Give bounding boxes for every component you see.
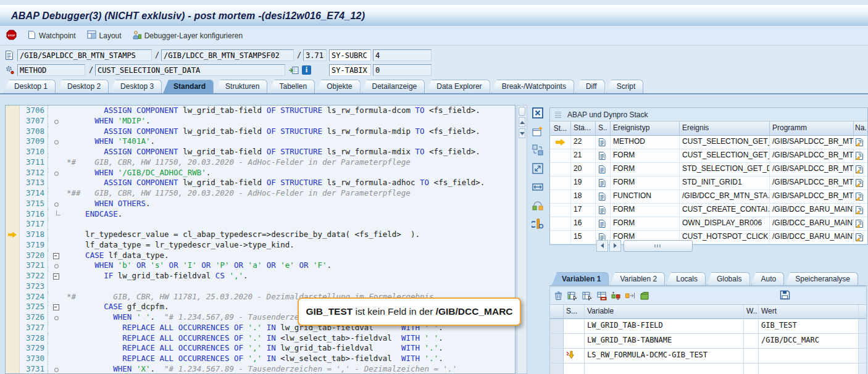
breakpoint-margin[interactable] [6,312,20,323]
debugger-layer-button[interactable]: Debugger-Layer konfigurieren [133,30,243,41]
navigate-icon[interactable] [854,190,866,203]
variable-name[interactable]: LW_GRID_TAB-TABNAME [585,334,744,349]
row-grip[interactable] [550,364,564,374]
fold-column[interactable] [48,209,67,220]
layout-button[interactable]: Layout [87,30,122,41]
breakpoint-margin[interactable] [6,219,20,230]
breakpoint-margin[interactable] [6,209,20,220]
save-icon[interactable] [780,290,790,300]
table-copy-icon[interactable] [582,291,593,301]
row-grip[interactable] [550,349,564,364]
tab-standard[interactable]: Standard [163,80,214,93]
tab-data-explorer[interactable]: Data Explorer [426,80,490,93]
breakpoint-margin[interactable] [6,354,20,364]
breakpoint-margin[interactable] [6,178,20,188]
goto-icon[interactable] [625,291,635,300]
row-grip[interactable] [550,334,564,349]
variable-value[interactable] [759,349,859,364]
stack-col-eventtype[interactable]: Ereignistyp [611,122,680,135]
vars-tab-globals[interactable]: Globals [707,272,750,285]
fold-column[interactable] [48,199,67,209]
breakpoint-margin[interactable] [6,260,20,271]
tools-icon[interactable] [531,217,545,231]
fold-column[interactable] [48,260,67,271]
stack-row[interactable]: 20FORMSTD_SELECTION_GET_D../GIB/SAPLDCC_… [550,163,867,177]
breakpoint-margin[interactable] [6,188,20,199]
row-grip[interactable] [550,319,564,334]
stack-col-type-icon[interactable]: S.. [596,122,611,135]
breakpoint-margin[interactable] [6,116,20,127]
stack-col-event[interactable]: Ereignis [680,122,770,135]
vars-col-w[interactable]: W.. [744,305,759,318]
stack-col-level[interactable]: Sta... [571,122,596,135]
scroll-down-button[interactable] [519,128,525,138]
breakpoint-margin[interactable] [6,271,20,281]
close-pane-icon[interactable] [531,106,545,120]
swap-panes-icon[interactable] [531,143,545,157]
variable-row[interactable]: LS_RW_FORMULA-DCMC-GIB_TEST [550,349,866,364]
watchpoint-button[interactable]: Watchpoint [28,30,76,41]
navigate-icon[interactable] [854,163,866,176]
insert-rows-icon[interactable] [611,291,620,301]
sy-subrc-name-field[interactable] [329,49,371,61]
variable-name[interactable]: LS_RW_FORMULA-DCMC-GIB_TEST [585,349,744,364]
vars-col-variable[interactable]: Variable [585,305,744,318]
stack-col-current[interactable]: St... [550,122,571,135]
stack-col-nav[interactable]: Na. [854,122,866,135]
stack-row[interactable]: 19FORMSTD_INIT_GRID1/GIB/SAPLDCC_BR_MTN… [550,177,867,190]
breakpoint-margin[interactable] [6,302,20,312]
tab-script[interactable]: Script [606,80,644,93]
sy-tabix-value-field[interactable] [373,64,432,76]
include-field[interactable] [161,49,294,61]
hscroll-thumb[interactable] [624,240,693,252]
fit-width-icon[interactable] [531,180,545,194]
navigate-icon[interactable] [854,217,866,230]
new-view-icon[interactable] [640,291,649,300]
breakpoint-margin[interactable] [6,281,20,292]
navigate-icon[interactable] [854,136,866,149]
breakpoint-margin[interactable] [6,127,20,137]
navigate-icon[interactable] [854,149,866,162]
variable-row[interactable] [550,364,866,374]
info-icon[interactable]: i [302,65,311,75]
fold-column[interactable] [48,364,67,374]
breakpoint-margin[interactable] [6,147,20,157]
stack-row[interactable]: 22METHODCUST_SELECTION_GET_…/GIB/SAPLDCC… [550,136,867,149]
breakpoint-margin[interactable] [6,292,20,302]
event-type-field[interactable] [17,64,85,76]
step-into-icon[interactable] [288,65,299,77]
scroll-up-button[interactable] [519,117,525,127]
tab-break-watchpoints[interactable]: Break-/Watchpoints [491,80,574,93]
breakpoint-margin[interactable] [6,333,20,344]
variable-value[interactable]: /GIB/DCC_MARC [759,334,859,349]
table-remove-icon[interactable] [597,291,607,301]
navigate-icon[interactable] [854,204,866,217]
variable-value[interactable]: GIB_TEST [759,319,859,334]
line-number-field[interactable] [303,49,327,61]
variable-name[interactable]: LW_GRID_TAB-FIELD [585,319,744,334]
vars-tab-speicheranalyse[interactable]: Speicheranalyse [785,272,858,285]
tab-tabellen[interactable]: Tabellen [269,80,315,93]
tab-desktop-3[interactable]: Desktop 3 [110,80,162,93]
table-select-icon[interactable] [567,291,578,301]
scroll-right-button[interactable] [609,240,621,252]
vars-tab-variablen-1[interactable]: Variablen 1 [552,272,609,285]
breakpoint-margin[interactable] [6,251,20,261]
scrollbar-thumb[interactable] [519,107,525,116]
tab-desktop-1[interactable]: Desktop 1 [4,80,56,93]
stack-row[interactable]: 16FORMOWN_DISPLAY_BR006/GIB/DCC_BARU_MAI… [550,217,867,231]
tab-detailanzeige[interactable]: Detailanzeige [362,80,425,93]
breakpoint-margin[interactable] [6,157,20,168]
vars-tab-locals[interactable]: Locals [666,272,706,285]
fold-column[interactable] [48,136,67,147]
stack-row[interactable]: 18FUNCTION/GIB/DCC_BR_MTN_STA…/GIB/SAPLD… [550,190,867,204]
navigate-icon[interactable] [854,177,866,189]
link-sessions-icon[interactable] [531,199,545,212]
code-vertical-scrollbar[interactable] [517,105,527,374]
event-name-field[interactable] [95,64,285,76]
breakpoint-margin[interactable] [6,364,20,374]
variable-value[interactable] [759,364,859,374]
stack-row[interactable]: 21FORMCUST_SELECTION_GET_…/GIB/SAPLDCC_B… [550,149,867,163]
drag-grip-icon[interactable] [555,112,561,118]
variable-name[interactable] [585,364,744,374]
